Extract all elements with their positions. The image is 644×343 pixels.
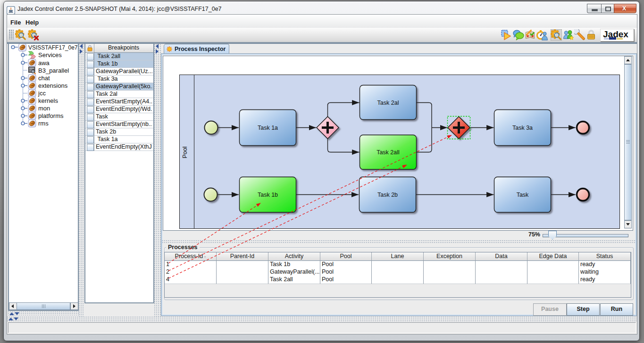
svg-text:jcc: jcc bbox=[38, 90, 46, 97]
svg-text:Task 2all: Task 2all bbox=[376, 149, 400, 156]
svg-text:mon: mon bbox=[38, 105, 50, 112]
svg-text:awa: awa bbox=[38, 59, 50, 67]
svg-text:Services: Services bbox=[38, 51, 62, 59]
svg-text:B3_parallel: B3_parallel bbox=[38, 67, 69, 74]
svg-text:extensions: extensions bbox=[38, 82, 68, 89]
svg-text:Task 3a: Task 3a bbox=[512, 125, 533, 131]
svg-text:Task 2b: Task 2b bbox=[377, 192, 398, 198]
svg-text:Task 2al: Task 2al bbox=[377, 100, 399, 106]
svg-text:chat: chat bbox=[38, 75, 50, 82]
svg-text:Task 1a: Task 1a bbox=[258, 125, 278, 131]
svg-text:Task 1b: Task 1b bbox=[258, 192, 278, 198]
svg-text:platforms: platforms bbox=[38, 112, 64, 119]
svg-text:Pool: Pool bbox=[182, 146, 188, 158]
svg-text:VSISSTAFF17_0e7: VSISSTAFF17_0e7 bbox=[28, 44, 78, 51]
svg-text:Task: Task bbox=[517, 192, 529, 198]
svg-text:kernels: kernels bbox=[38, 97, 58, 104]
svg-text:rms: rms bbox=[38, 120, 49, 127]
